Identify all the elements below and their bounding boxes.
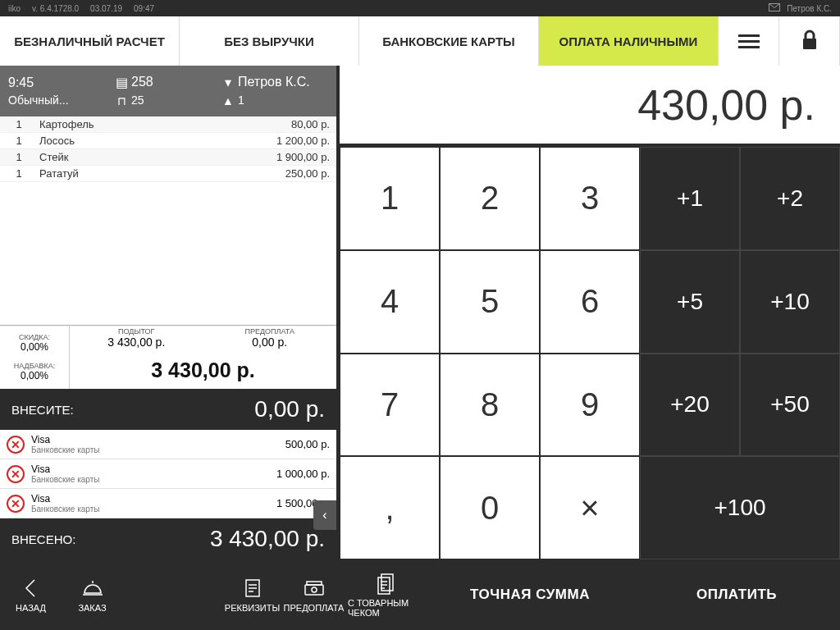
remove-payment-button[interactable]: ✕ (7, 465, 25, 483)
svg-rect-3 (305, 585, 323, 595)
item-row[interactable]: 1Стейк1 900,00 р. (0, 149, 336, 166)
exact-sum-button[interactable]: ТОЧНАЯ СУММА (427, 587, 633, 603)
totals-panel: СКИДКА:0,00% НАДБАВКА:0,00% ПОДЫТОГ3 430… (0, 325, 336, 389)
prepay-label: ПРЕДОПЛАТА (203, 327, 337, 336)
key-3[interactable]: 3 (540, 147, 640, 250)
inc-2[interactable]: +2 (740, 147, 840, 250)
guests-icon: ▲ (221, 94, 235, 107)
inc-1[interactable]: +1 (640, 147, 740, 250)
hamburger-icon (738, 31, 760, 52)
deposit-row: ВНЕСИТЕ: 0,00 р. (0, 389, 336, 430)
tab-cards[interactable]: БАНКОВСКИЕ КАРТЫ (359, 16, 539, 66)
prepay-value: 0,00 р. (203, 336, 337, 349)
guest-count: 1 (238, 94, 244, 107)
back-button[interactable]: НАЗАД (0, 577, 62, 613)
status-date: 03.07.19 (90, 4, 122, 13)
payment-row[interactable]: ✕ VisaБанковские карты 1 500,00 р. (0, 489, 336, 518)
item-row[interactable]: 1Картофель80,00 р. (0, 116, 336, 133)
key-5[interactable]: 5 (440, 250, 540, 354)
key-clear[interactable]: × (540, 456, 640, 559)
item-row[interactable]: 1Рататуй250,00 р. (0, 166, 336, 182)
pay-button[interactable]: ОПЛАТИТЬ (633, 587, 840, 603)
lock-button[interactable] (779, 16, 840, 66)
waiter-name: Петров К.С. (238, 75, 310, 89)
discount-value: 0,00% (3, 341, 66, 353)
svg-point-4 (312, 587, 317, 592)
check-number: 258 (131, 75, 153, 89)
table-number: 25 (131, 94, 144, 107)
cloche-icon (81, 577, 104, 600)
chevron-left-icon: ‹ (322, 508, 326, 523)
app-name: iiko (8, 4, 21, 13)
key-9[interactable]: 9 (540, 354, 640, 457)
tab-cashless[interactable]: БЕЗНАЛИЧНЫЙ РАСЧЕТ (0, 16, 180, 66)
remove-payment-button[interactable]: ✕ (7, 495, 25, 513)
amount-display: 430,00 р. (340, 66, 840, 147)
surcharge-value: 0,00% (3, 370, 66, 381)
document-icon (241, 577, 264, 600)
svg-rect-7 (378, 578, 390, 594)
item-row[interactable]: 1Лосось1 200,00 р. (0, 133, 336, 149)
prepay-button[interactable]: ПРЕДОПЛАТА (283, 577, 345, 613)
expand-payments-button[interactable]: ‹ (313, 500, 336, 530)
order-time: 9:45 (8, 75, 115, 90)
app-version: v. 6.4.1728.0 (32, 4, 79, 13)
key-4[interactable]: 4 (340, 250, 440, 354)
keypad: 1 2 3 4 5 6 7 8 9 , 0 × +1 +2 +5 +10 +20… (340, 147, 840, 559)
surcharge-label: НАДБАВКА: (3, 362, 66, 370)
status-user: Петров К.С. (787, 4, 832, 13)
key-8[interactable]: 8 (440, 354, 540, 457)
key-0[interactable]: 0 (440, 456, 540, 559)
inc-100[interactable]: +100 (640, 456, 840, 559)
order-items: 1Картофель80,00 р. 1Лосось1 200,00 р. 1С… (0, 116, 336, 325)
inc-50[interactable]: +50 (740, 354, 840, 457)
status-time: 09:47 (134, 4, 154, 13)
payment-tabs: БЕЗНАЛИЧНЫЙ РАСЧЕТ БЕЗ ВЫРУЧКИ БАНКОВСКИ… (0, 16, 840, 66)
payment-row[interactable]: ✕ VisaБанковские карты 1 000,00 р. (0, 459, 336, 489)
deposited-row: ВНЕСЕНО: 3 430,00 р. (0, 518, 336, 559)
subtotal-label: ПОДЫТОГ (70, 327, 203, 336)
deposit-label: ВНЕСИТЕ: (11, 403, 74, 417)
tab-no-revenue[interactable]: БЕЗ ВЫРУЧКИ (180, 16, 359, 66)
key-1[interactable]: 1 (340, 147, 440, 250)
svg-rect-5 (307, 582, 322, 585)
key-6[interactable]: 6 (540, 250, 640, 354)
subtotal-value: 3 430,00 р. (70, 336, 203, 349)
receipt-icon (374, 572, 397, 595)
requisites-button[interactable]: РЕКВИЗИТЫ (221, 577, 283, 613)
key-2[interactable]: 2 (440, 147, 540, 250)
payments-list: ✕ VisaБанковские карты 500,00 р. ✕ VisaБ… (0, 430, 336, 518)
order-button[interactable]: ЗАКАЗ (62, 577, 123, 613)
key-comma[interactable]: , (340, 456, 440, 559)
discount-label: СКИДКА: (3, 333, 66, 341)
waiter-icon: ▾ (221, 75, 235, 90)
mail-icon[interactable] (769, 3, 780, 13)
menu-button[interactable] (719, 16, 779, 66)
status-bar: iiko v. 6.4.1728.0 03.07.19 09:47 Петров… (0, 0, 840, 16)
money-icon (303, 577, 326, 600)
payment-row[interactable]: ✕ VisaБанковские карты 500,00 р. (0, 430, 336, 459)
footer-toolbar: НАЗАД ЗАКАЗ РЕКВИЗИТЫ ПРЕДОПЛАТА С ТОВАР… (0, 559, 840, 630)
order-type: Обычный... (8, 94, 115, 107)
receipt-icon: ▤ (115, 75, 128, 90)
inc-5[interactable]: +5 (640, 250, 740, 354)
table-icon: ⊓ (115, 94, 128, 107)
chevron-left-icon (20, 577, 43, 600)
deposited-value: 3 430,00 р. (210, 526, 325, 552)
receipt-button[interactable]: С ТОВАРНЫМ ЧЕКОМ (345, 572, 427, 618)
tab-cash[interactable]: ОПЛАТА НАЛИЧНЫМИ (539, 16, 719, 66)
svg-rect-1 (803, 39, 816, 49)
inc-10[interactable]: +10 (740, 250, 840, 354)
inc-20[interactable]: +20 (640, 354, 740, 457)
lock-icon (801, 30, 819, 53)
deposited-label: ВНЕСЕНО: (11, 532, 75, 546)
deposit-value: 0,00 р. (254, 396, 325, 422)
key-7[interactable]: 7 (340, 354, 440, 457)
remove-payment-button[interactable]: ✕ (7, 436, 25, 454)
order-header: 9:45 Обычный... ▤258 ⊓25 ▾Петров К.С. ▲1 (0, 66, 336, 116)
grand-total: 3 430,00 р. (70, 352, 336, 389)
